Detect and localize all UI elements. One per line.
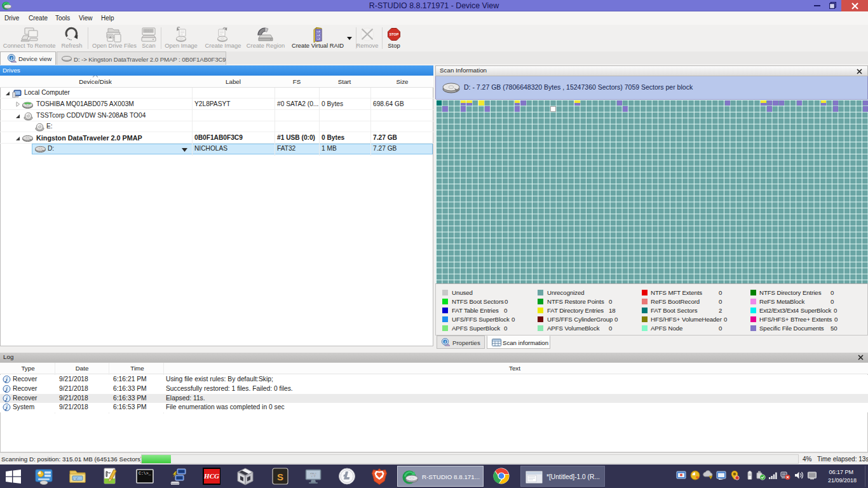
svg-text:STOP: STOP <box>390 32 399 36</box>
svg-text:S: S <box>277 471 283 482</box>
svg-text:i: i <box>445 339 446 344</box>
svg-text:C:\>_: C:\>_ <box>139 471 151 476</box>
svg-text:TV: TV <box>311 473 316 477</box>
svg-text:!: ! <box>710 476 711 479</box>
svg-text:i: i <box>11 56 12 61</box>
